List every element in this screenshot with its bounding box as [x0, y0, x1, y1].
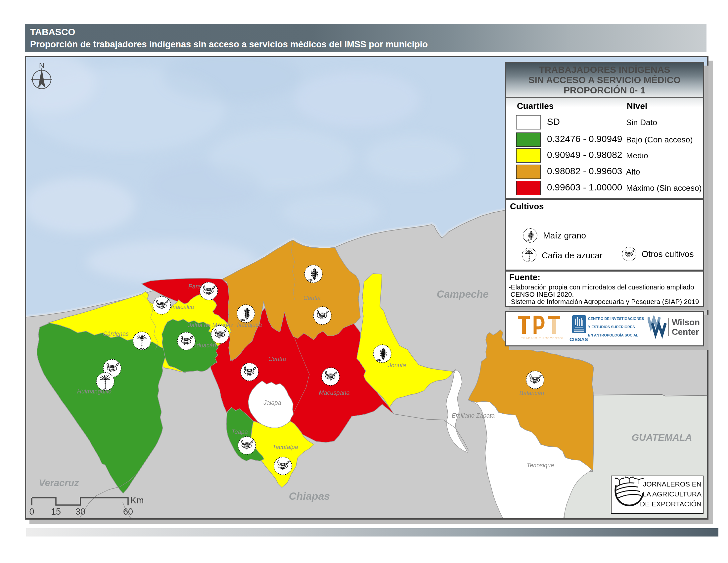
svg-text:CIESAS: CIESAS	[569, 337, 588, 342]
svg-text:Centla: Centla	[303, 295, 321, 302]
svg-text:Balancán: Balancán	[519, 390, 544, 397]
svg-text:Centro: Centro	[268, 356, 286, 362]
svg-text:GUATEMALA: GUATEMALA	[631, 432, 692, 443]
svg-text:Macuspana: Macuspana	[319, 390, 349, 396]
svg-text:Jalpa de Méndez: Jalpa de Méndez	[188, 322, 233, 329]
svg-text:Teapa: Teapa	[231, 429, 248, 435]
svg-text:Jonuta: Jonuta	[388, 362, 406, 369]
svg-text:Campeche: Campeche	[437, 289, 489, 300]
svg-text:Y ESTUDIOS SUPERIORES: Y ESTUDIOS SUPERIORES	[588, 325, 635, 329]
svg-text:TRABAJO Y PROYECTOS S.C.: TRABAJO Y PROYECTOS S.C.	[521, 337, 563, 340]
svg-text:Jalapa: Jalapa	[263, 399, 281, 406]
svg-text:0: 0	[29, 507, 34, 517]
svg-text:Nacajuca: Nacajuca	[237, 322, 262, 328]
svg-text:EN ANTROPOLOGÍA SOCIAL: EN ANTROPOLOGÍA SOCIAL	[588, 333, 638, 337]
svg-text:Emiliano Zapata: Emiliano Zapata	[452, 412, 495, 419]
svg-text:Veracruz: Veracruz	[39, 478, 79, 488]
svg-text:Center: Center	[672, 327, 699, 337]
svg-text:Tacotalpa: Tacotalpa	[272, 444, 298, 450]
svg-text:Chiapas: Chiapas	[289, 490, 330, 502]
svg-text:CENTRO DE INVESTIGACIONES: CENTRO DE INVESTIGACIONES	[588, 317, 644, 321]
svg-text:Tenosique: Tenosique	[527, 462, 554, 469]
svg-text:Wilson: Wilson	[672, 317, 700, 327]
svg-text:30: 30	[75, 507, 85, 517]
svg-text:Km: Km	[130, 495, 144, 505]
svg-text:60: 60	[123, 507, 133, 517]
svg-text:Cárdenas: Cárdenas	[103, 331, 129, 337]
svg-text:15: 15	[51, 507, 61, 517]
